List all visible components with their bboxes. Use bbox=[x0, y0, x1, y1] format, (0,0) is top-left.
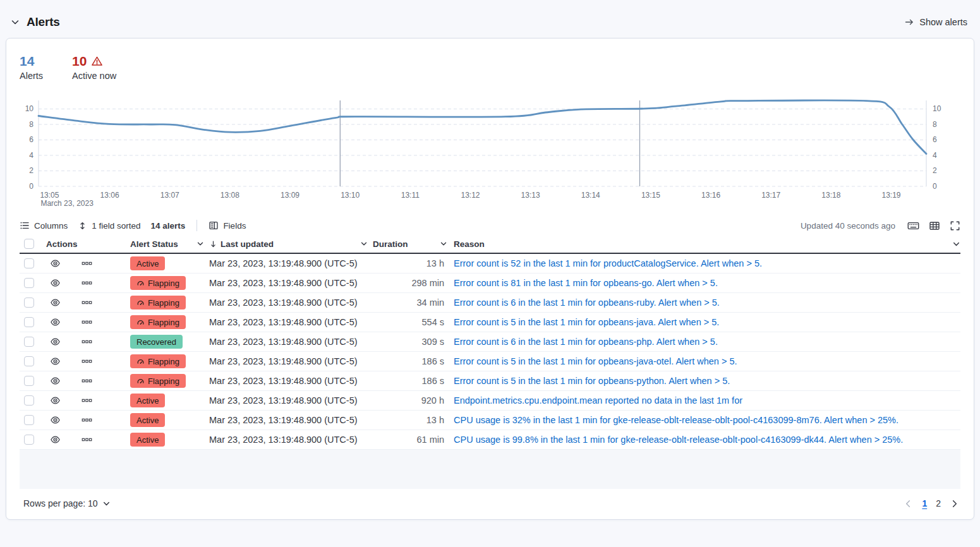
sort-fields-button[interactable]: 1 field sorted bbox=[78, 221, 140, 231]
column-header-reason[interactable]: Reason bbox=[450, 239, 943, 249]
reason-link[interactable]: Error count is 81 in the last 1 min for … bbox=[454, 278, 718, 288]
warning-triangle-icon bbox=[91, 56, 103, 67]
table-row: ActiveMar 23, 2023, 13:19:48.900 (UTC-5)… bbox=[20, 430, 960, 450]
reason-link[interactable]: Error count is 5 in the last 1 min for o… bbox=[454, 356, 737, 366]
row-checkbox[interactable] bbox=[24, 317, 34, 327]
collapse-section-chevron-down-icon[interactable] bbox=[10, 17, 20, 27]
chevron-down-icon[interactable] bbox=[952, 240, 960, 248]
row-checkbox[interactable] bbox=[24, 356, 34, 366]
reason-link[interactable]: Error count is 5 in the last 1 min for o… bbox=[454, 317, 719, 327]
chevron-down-icon[interactable] bbox=[360, 240, 368, 248]
display-options-icon[interactable] bbox=[929, 220, 940, 231]
chevron-down-icon bbox=[102, 500, 111, 508]
more-actions-icon[interactable] bbox=[82, 435, 92, 445]
row-checkbox[interactable] bbox=[24, 337, 34, 347]
more-actions-icon[interactable] bbox=[82, 337, 92, 347]
column-header-alert-status[interactable]: Alert Status bbox=[128, 239, 209, 249]
show-alerts-button[interactable]: Show alerts bbox=[904, 17, 967, 27]
reason-link[interactable]: Error count is 52 in the last 1 min for … bbox=[454, 258, 762, 268]
fields-button[interactable]: Fields bbox=[209, 220, 246, 231]
view-alert-details-eye-icon[interactable] bbox=[50, 435, 61, 445]
page-number-1[interactable]: 1 bbox=[922, 498, 927, 508]
svg-text:March 23, 2023: March 23, 2023 bbox=[40, 199, 94, 208]
reason-link[interactable]: Error count is 6 in the last 1 min for o… bbox=[454, 337, 718, 347]
row-checkbox[interactable] bbox=[24, 298, 34, 308]
fullscreen-icon[interactable] bbox=[950, 220, 960, 231]
alert-status-badge[interactable]: Flapping bbox=[130, 276, 186, 290]
column-header-duration[interactable]: Duration bbox=[372, 239, 450, 249]
sort-icon bbox=[78, 221, 87, 231]
alert-status-badge[interactable]: Flapping bbox=[130, 354, 186, 368]
last-updated-value: Mar 23, 2023, 13:19:48.900 (UTC-5) bbox=[209, 278, 372, 288]
alert-status-badge[interactable]: Flapping bbox=[130, 374, 186, 388]
row-checkbox[interactable] bbox=[24, 278, 34, 288]
alert-status-badge[interactable]: Recovered bbox=[130, 335, 183, 349]
previous-page-chevron-icon[interactable] bbox=[904, 499, 913, 508]
row-checkbox[interactable] bbox=[24, 258, 34, 268]
svg-text:13:07: 13:07 bbox=[160, 191, 179, 200]
row-checkbox[interactable] bbox=[24, 435, 34, 445]
more-actions-icon[interactable] bbox=[82, 258, 92, 268]
more-actions-icon[interactable] bbox=[82, 298, 92, 308]
svg-text:13:16: 13:16 bbox=[701, 191, 720, 200]
view-alert-details-eye-icon[interactable] bbox=[50, 278, 61, 288]
chevron-down-icon[interactable] bbox=[440, 240, 447, 248]
view-alert-details-eye-icon[interactable] bbox=[50, 415, 61, 425]
arrow-right-icon bbox=[904, 17, 914, 27]
reason-link[interactable]: Error count is 6 in the last 1 min for o… bbox=[454, 298, 720, 308]
row-checkbox[interactable] bbox=[24, 415, 34, 425]
last-updated-value: Mar 23, 2023, 13:19:48.900 (UTC-5) bbox=[209, 337, 372, 347]
table-row: FlappingMar 23, 2023, 13:19:48.900 (UTC-… bbox=[20, 313, 960, 332]
alert-status-badge[interactable]: Active bbox=[130, 413, 165, 427]
alert-status-badge[interactable]: Flapping bbox=[130, 315, 186, 329]
view-alert-details-eye-icon[interactable] bbox=[50, 395, 61, 406]
more-actions-icon[interactable] bbox=[82, 317, 92, 327]
more-actions-icon[interactable] bbox=[82, 415, 92, 425]
reason-link[interactable]: CPU usage is 32% in the last 1 min for g… bbox=[454, 415, 898, 425]
reason-link[interactable]: Error count is 5 in the last 1 min for o… bbox=[454, 376, 730, 386]
next-page-chevron-icon[interactable] bbox=[950, 499, 959, 508]
page-title: Alerts bbox=[27, 15, 60, 29]
reason-link[interactable]: CPU usage is 99.8% in the last 1 min for… bbox=[454, 435, 903, 445]
column-header-options[interactable] bbox=[943, 240, 960, 248]
last-updated-value: Mar 23, 2023, 13:19:48.900 (UTC-5) bbox=[209, 395, 372, 406]
svg-text:13:13: 13:13 bbox=[521, 191, 540, 200]
keyboard-shortcuts-icon[interactable] bbox=[907, 220, 919, 231]
columns-list-icon bbox=[20, 220, 30, 231]
duration-value: 309 s bbox=[372, 337, 450, 347]
view-alert-details-eye-icon[interactable] bbox=[50, 356, 61, 366]
table-empty-area bbox=[20, 450, 960, 489]
view-alert-details-eye-icon[interactable] bbox=[50, 376, 61, 386]
alert-status-badge[interactable]: Active bbox=[130, 433, 165, 447]
select-all-checkbox[interactable] bbox=[24, 239, 34, 249]
more-actions-icon[interactable] bbox=[82, 278, 92, 288]
reason-link[interactable]: Endpoint.metrics.cpu.endpoint.mean repor… bbox=[454, 395, 742, 406]
last-updated-status: Updated 40 seconds ago bbox=[801, 221, 895, 231]
row-checkbox[interactable] bbox=[24, 376, 34, 386]
alert-status-badge[interactable]: Active bbox=[130, 256, 165, 270]
alert-status-badge[interactable]: Active bbox=[130, 394, 165, 407]
duration-value: 186 s bbox=[372, 356, 450, 366]
svg-text:13:18: 13:18 bbox=[821, 191, 840, 200]
sort-descending-arrow-icon bbox=[209, 240, 217, 248]
last-updated-value: Mar 23, 2023, 13:19:48.900 (UTC-5) bbox=[209, 258, 372, 268]
active-now-count: 10 bbox=[72, 54, 87, 69]
more-actions-icon[interactable] bbox=[82, 395, 92, 406]
page-number-2[interactable]: 2 bbox=[936, 498, 941, 508]
columns-button[interactable]: Columns bbox=[20, 220, 68, 231]
view-alert-details-eye-icon[interactable] bbox=[50, 298, 61, 308]
row-checkbox[interactable] bbox=[24, 395, 34, 406]
more-actions-icon[interactable] bbox=[82, 356, 92, 366]
svg-text:13:15: 13:15 bbox=[641, 191, 660, 200]
more-actions-icon[interactable] bbox=[82, 376, 92, 386]
duration-value: 13 h bbox=[372, 258, 450, 268]
table-footer: Rows per page: 10 1 2 bbox=[20, 489, 960, 519]
column-header-last-updated[interactable]: Last updated bbox=[209, 239, 372, 249]
svg-text:13:11: 13:11 bbox=[401, 191, 420, 200]
rows-per-page-button[interactable]: Rows per page: 10 bbox=[23, 498, 111, 508]
chevron-down-icon[interactable] bbox=[197, 240, 204, 248]
alert-status-badge[interactable]: Flapping bbox=[130, 296, 186, 310]
view-alert-details-eye-icon[interactable] bbox=[50, 317, 61, 327]
view-alert-details-eye-icon[interactable] bbox=[50, 337, 61, 347]
view-alert-details-eye-icon[interactable] bbox=[50, 258, 61, 268]
